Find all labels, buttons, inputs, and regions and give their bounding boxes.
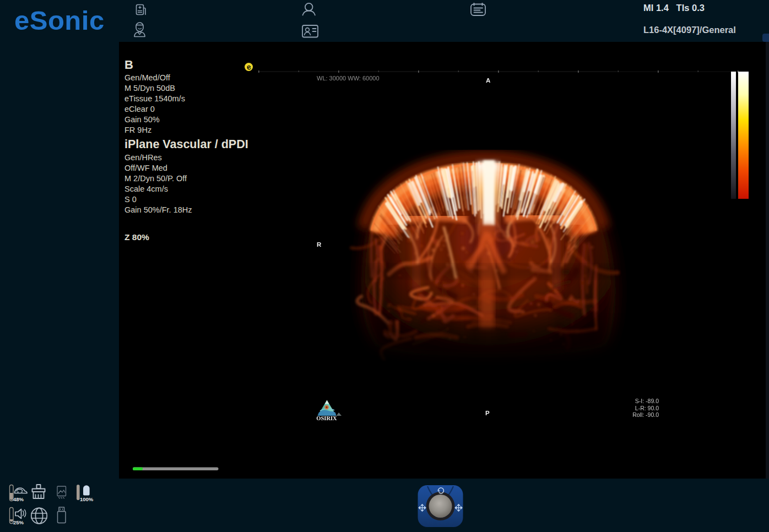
svg-text:OSIRIX: OSIRIX [316,415,337,421]
